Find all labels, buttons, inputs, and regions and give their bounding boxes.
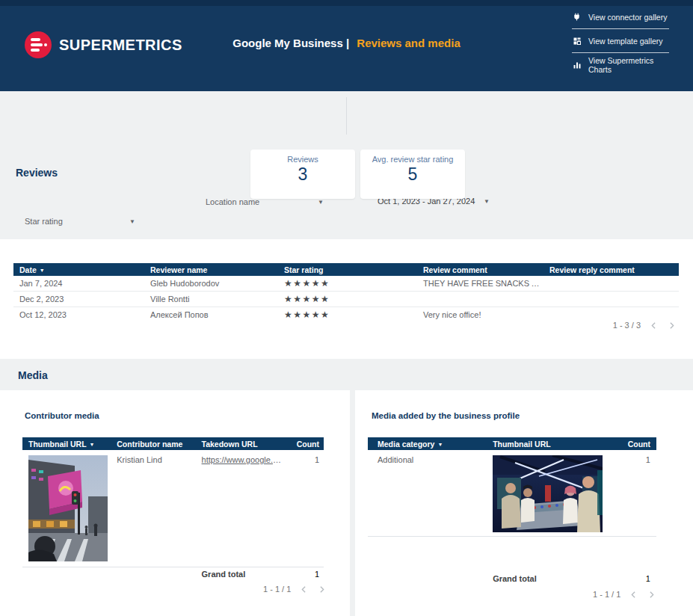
column-header-thumbnail-url[interactable]: Thumbnail URL▼ xyxy=(22,440,111,449)
page-title-accent: Reviews and media xyxy=(357,37,460,49)
cell-date: Oct 12, 2023 xyxy=(13,310,144,319)
view-connector-gallery-link[interactable]: View connector gallery xyxy=(572,12,677,22)
next-page-button[interactable] xyxy=(316,584,327,594)
star-rating-filter[interactable]: Star rating ▼ xyxy=(25,217,135,226)
avg-star-rating-scorecard: Avg. review star rating 5 xyxy=(360,150,465,199)
contributor-media-title: Contributor media xyxy=(25,411,99,420)
column-header-count[interactable]: Count xyxy=(284,440,324,449)
foosball-room-thumbnail-image[interactable] xyxy=(493,455,603,532)
column-header-contributor-name[interactable]: Contributor name xyxy=(111,440,195,449)
street-scene-thumbnail-image[interactable] xyxy=(28,455,108,561)
cell-thumbnail xyxy=(22,450,111,567)
star-rating-filter-label: Star rating xyxy=(25,217,63,226)
cell-date: Jan 7, 2024 xyxy=(13,279,144,288)
sort-desc-icon: ▼ xyxy=(90,442,95,447)
cell-date: Dec 2, 2023 xyxy=(13,295,144,304)
cell-count: 1 xyxy=(608,450,656,536)
grand-total-value: 1 xyxy=(284,570,324,579)
chevron-down-icon: ▼ xyxy=(318,199,324,206)
top-header: SUPERMETRICS Google My Business | Review… xyxy=(0,0,693,91)
next-page-button[interactable] xyxy=(666,320,677,330)
chevron-down-icon: ▼ xyxy=(484,198,490,205)
pagination-range: 1 - 1 / 1 xyxy=(593,590,620,599)
takedown-url-link[interactable]: https://www.google.co… xyxy=(202,455,284,464)
plug-icon xyxy=(572,12,582,22)
business-pagination: 1 - 1 / 1 xyxy=(593,589,656,600)
contributor-grand-total-row: Grand total 1 xyxy=(22,570,324,579)
prev-page-button[interactable] xyxy=(628,589,638,600)
cell-media-category: Additional xyxy=(368,450,493,536)
media-band: Media xyxy=(0,359,693,390)
column-header-review-reply-comment[interactable]: Review reply comment xyxy=(543,265,679,274)
business-media-table: Media category▼ Thumbnail URL Count Addi… xyxy=(368,437,656,537)
contributor-pagination: 1 - 1 / 1 xyxy=(263,584,327,594)
header-top-strip xyxy=(0,0,693,6)
pagination-range: 1 - 1 / 1 xyxy=(263,585,291,594)
table-row: Kristian Lind https://www.google.co… 1 xyxy=(22,450,324,567)
cell-takedown-url: https://www.google.co… xyxy=(196,450,284,567)
reviews-section-title: Reviews xyxy=(16,167,58,179)
prev-page-button[interactable] xyxy=(648,320,659,330)
table-row: Oct 12, 2023 Алексей Попов ★★★★★ Very ni… xyxy=(13,307,679,322)
cell-thumbnail xyxy=(493,450,608,536)
column-header-count[interactable]: Count xyxy=(608,440,656,449)
reviews-pagination: 1 - 3 / 3 xyxy=(613,320,677,330)
panel-gap xyxy=(350,390,355,616)
prev-page-button[interactable] xyxy=(298,584,309,594)
reviews-band: Location name ▼ Oct 1, 2023 - Jan 27, 20… xyxy=(0,91,693,239)
table-row: Jan 7, 2024 Gleb Hudoborodov ★★★★★ THEY … xyxy=(13,276,679,292)
reviews-table: Date▼ Reviewer name Star rating Review c… xyxy=(13,263,679,322)
header-divider xyxy=(572,52,669,53)
header-links: View connector gallery View template gal… xyxy=(572,12,677,70)
reviews-table-header: Date▼ Reviewer name Star rating Review c… xyxy=(13,263,679,276)
grand-total-label: Grand total xyxy=(493,574,608,583)
grid-icon xyxy=(572,37,582,46)
cell-contributor-name: Kristian Lind xyxy=(111,450,195,567)
column-header-review-comment[interactable]: Review comment xyxy=(417,265,543,274)
column-header-star-rating[interactable]: Star rating xyxy=(278,265,417,274)
sort-desc-icon: ▼ xyxy=(40,268,45,273)
next-page-button[interactable] xyxy=(646,589,656,600)
filter-divider xyxy=(346,97,347,135)
cell-star-rating: ★★★★★ xyxy=(278,309,417,320)
grand-total-label: Grand total xyxy=(196,570,284,579)
view-template-gallery-link[interactable]: View template gallery xyxy=(572,36,677,46)
pagination-range: 1 - 3 / 3 xyxy=(613,321,641,330)
business-media-title: Media added by the business profile xyxy=(372,411,520,420)
link-label: View template gallery xyxy=(588,37,663,46)
cell-count: 1 xyxy=(284,450,324,567)
column-header-date[interactable]: Date▼ xyxy=(13,265,144,274)
column-header-reviewer-name[interactable]: Reviewer name xyxy=(144,265,278,274)
location-filter-label: Location name xyxy=(206,197,259,206)
cell-review-comment: THEY HAVE FREE SNACKS AND DRINK… xyxy=(417,279,543,288)
contributor-media-table: Thumbnail URL▼ Contributor name Takedown… xyxy=(22,437,324,567)
dashboard-page: SUPERMETRICS Google My Business | Review… xyxy=(0,0,693,616)
scorecard-value: 3 xyxy=(250,164,355,185)
cell-star-rating: ★★★★★ xyxy=(278,294,417,304)
table-row: Dec 2, 2023 Ville Rontti ★★★★★ xyxy=(13,292,679,307)
view-supermetrics-charts-link[interactable]: View Supermetrics Charts xyxy=(572,60,677,70)
bar-chart-icon xyxy=(572,61,582,70)
cell-reviewer: Алексей Попов xyxy=(144,310,278,319)
scorecard-label: Reviews xyxy=(250,155,355,164)
chevron-down-icon: ▼ xyxy=(129,218,135,225)
table-row: Additional xyxy=(368,450,656,537)
page-title-primary: Google My Business | xyxy=(232,37,349,49)
cell-review-comment: Very nice office! xyxy=(417,310,543,319)
column-header-thumbnail-url[interactable]: Thumbnail URL xyxy=(493,440,608,449)
scorecard-label: Avg. review star rating xyxy=(360,155,465,164)
column-header-media-category[interactable]: Media category▼ xyxy=(368,440,493,449)
link-label: View connector gallery xyxy=(588,13,667,22)
business-grand-total-row: Grand total 1 xyxy=(368,574,656,583)
business-table-header: Media category▼ Thumbnail URL Count xyxy=(368,437,656,450)
reviews-scorecard: Reviews 3 xyxy=(250,150,355,199)
cell-reviewer: Ville Rontti xyxy=(144,295,278,304)
cell-star-rating: ★★★★★ xyxy=(278,278,417,289)
sort-desc-icon: ▼ xyxy=(437,442,443,447)
contributor-table-header: Thumbnail URL▼ Contributor name Takedown… xyxy=(22,437,324,450)
column-header-takedown-url[interactable]: Takedown URL xyxy=(196,440,284,449)
header-divider xyxy=(572,28,669,29)
link-label: View Supermetrics Charts xyxy=(588,56,677,74)
cell-reviewer: Gleb Hudoborodov xyxy=(144,279,278,288)
grand-total-value: 1 xyxy=(608,574,656,583)
